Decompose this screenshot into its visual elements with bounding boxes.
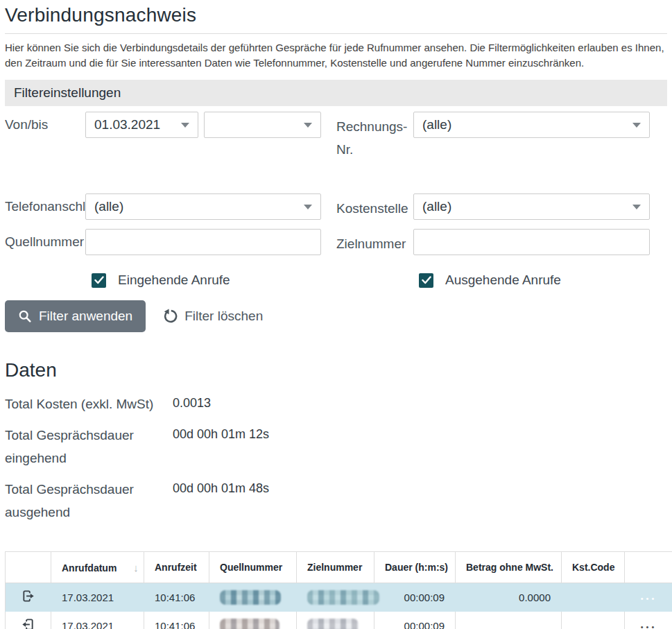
cell-zielnummer (297, 583, 374, 612)
cell-kst-code (562, 612, 625, 629)
col-dauer: Dauer (h:m:s) (374, 552, 456, 583)
total-kosten-label: Total Kosten (exkl. MwSt) (5, 393, 173, 415)
chevron-down-icon (304, 205, 312, 209)
col-actions (625, 552, 672, 583)
filter-section-header: Filtereinstellungen (5, 80, 667, 106)
checkbox-checked-icon (92, 273, 106, 288)
table-row[interactable]: 17.03.2021 10:41:06 00:00:09 0.0000 ••• (6, 583, 672, 612)
cell-dauer: 00:00:09 (374, 583, 456, 612)
cell-anrufdatum: 17.03.2021 (51, 612, 144, 629)
daten-title: Daten (5, 359, 667, 381)
col-kst-code: Kst.Code (562, 552, 625, 583)
total-dauer-ausgehend-label: Total Gesprächsdauer ausgehend (5, 478, 173, 524)
kostenstelle-select[interactable]: (alle) (413, 193, 650, 220)
checkbox-checked-icon (419, 273, 433, 288)
telefonanschluss-value: (alle) (94, 199, 298, 214)
col-direction-icon (6, 552, 51, 583)
clear-filter-label: Filter löschen (184, 309, 263, 324)
col-betrag: Betrag ohne MwSt. (456, 552, 562, 583)
rechnungsnr-label: Rechnungs-Nr. (336, 112, 413, 161)
total-dauer-ausgehend-row: Total Gesprächsdauer ausgehend 00d 00h 0… (5, 478, 667, 524)
intro-text: Hier können Sie sich die Verbindungsdeta… (5, 40, 667, 71)
col-zielnummer: Zielnummer (297, 552, 374, 583)
checkbox-ausgehende-anrufe[interactable]: Ausgehende Anrufe (419, 273, 561, 288)
total-dauer-eingehend-row: Total Gesprächsdauer eingehend 00d 00h 0… (5, 424, 667, 469)
cell-anrufzeit: 10:41:06 (144, 583, 209, 612)
row-actions-button[interactable]: ••• (641, 623, 657, 629)
redacted-zielnummer (307, 619, 359, 629)
checkbox-label: Eingehende Anrufe (118, 273, 230, 288)
chevron-down-icon (632, 123, 641, 128)
cell-anrufzeit: 10:41:06 (144, 612, 209, 629)
cell-dauer: 00:00:09 (374, 612, 456, 629)
filter-row-nummern: Quellnummer Zielnummer (5, 229, 667, 255)
filter-row-anschluss: Telefonanschluss (alle) Kostenstelle (al… (5, 193, 667, 220)
zielnummer-input[interactable] (413, 229, 650, 255)
cell-quellnummer (209, 612, 297, 629)
cell-zielnummer (297, 612, 374, 629)
table-header-row: Anrufdatum↓ Anrufzeit Quellnummer Zielnu… (6, 552, 672, 583)
cell-kst-code (562, 583, 625, 612)
total-dauer-eingehend-value: 00d 00h 01m 12s (173, 424, 269, 469)
kostenstelle-label: Kostenstelle (336, 193, 413, 220)
chevron-down-icon (181, 123, 189, 128)
quellnummer-label: Quellnummer (5, 229, 85, 250)
clear-filter-button[interactable]: Filter löschen (163, 309, 263, 324)
filter-row-dates: Von/bis 01.03.2021 Rechnungs-Nr. (alle) (5, 112, 667, 161)
zielnummer-label: Zielnummer (336, 229, 413, 255)
call-records-table: Anrufdatum↓ Anrufzeit Quellnummer Zielnu… (5, 551, 672, 629)
search-icon (18, 309, 32, 323)
redacted-quellnummer (220, 619, 279, 629)
date-from-value: 01.03.2021 (94, 117, 175, 132)
quellnummer-input[interactable] (85, 229, 321, 255)
rechnungsnr-select[interactable]: (alle) (413, 112, 650, 138)
apply-filter-button[interactable]: Filter anwenden (5, 300, 146, 332)
checkbox-label: Ausgehende Anrufe (445, 273, 561, 288)
checkbox-row: Eingehende Anrufe Ausgehende Anrufe (92, 273, 667, 288)
row-actions-button[interactable]: ••• (641, 594, 657, 603)
cell-betrag: 0.0000 (456, 583, 562, 612)
filter-actions: Filter anwenden Filter löschen (5, 300, 667, 332)
verbindungsnachweis-page: Verbindungsnachweis Hier können Sie sich… (0, 0, 672, 629)
table-row[interactable]: 17.03.2021 10:41:06 00:00:09 ••• (6, 612, 672, 629)
total-kosten-value: 0.0013 (173, 393, 211, 415)
redacted-quellnummer (220, 590, 281, 605)
total-dauer-ausgehend-value: 00d 00h 01m 48s (173, 478, 269, 524)
date-from-select[interactable]: 01.03.2021 (85, 112, 198, 138)
outgoing-call-icon (6, 583, 51, 612)
redacted-zielnummer (307, 590, 379, 605)
telefonanschluss-select[interactable]: (alle) (85, 193, 321, 220)
sort-desc-icon: ↓ (133, 562, 139, 574)
kostenstelle-value: (alle) (422, 199, 627, 214)
chevron-down-icon (632, 205, 641, 209)
title-divider (5, 33, 667, 34)
col-quellnummer: Quellnummer (209, 552, 297, 583)
col-anrufzeit: Anrufzeit (144, 552, 209, 583)
checkbox-eingehende-anrufe[interactable]: Eingehende Anrufe (92, 273, 419, 288)
cell-anrufdatum: 17.03.2021 (51, 583, 144, 612)
cell-quellnummer (209, 583, 297, 612)
incoming-call-icon (6, 612, 51, 629)
date-to-select[interactable] (204, 112, 321, 138)
chevron-down-icon (304, 123, 312, 128)
rechnungsnr-value: (alle) (422, 117, 627, 132)
undo-icon (163, 309, 178, 324)
page-title: Verbindungsnachweis (5, 4, 667, 26)
total-dauer-eingehend-label: Total Gesprächsdauer eingehend (5, 424, 173, 469)
cell-betrag (456, 612, 562, 629)
total-kosten-row: Total Kosten (exkl. MwSt) 0.0013 (5, 393, 667, 415)
vonbis-label: Von/bis (5, 112, 85, 132)
apply-filter-label: Filter anwenden (39, 309, 132, 324)
col-anrufdatum[interactable]: Anrufdatum↓ (51, 552, 144, 583)
telefonanschluss-label: Telefonanschluss (5, 193, 85, 214)
